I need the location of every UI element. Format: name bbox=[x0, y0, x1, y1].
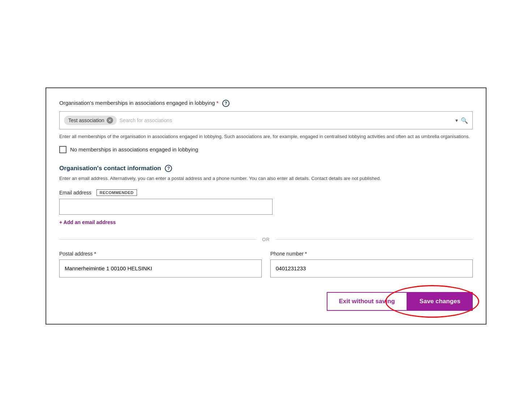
contact-help-icon[interactable]: ? bbox=[165, 165, 172, 172]
search-icon[interactable]: 🔍 bbox=[461, 117, 468, 124]
save-changes-button[interactable]: Save changes bbox=[407, 292, 473, 311]
address-phone-row: Postal address * Phone number * bbox=[59, 251, 473, 278]
contact-section-title: Organisation's contact information ? bbox=[59, 165, 473, 172]
exit-without-saving-button[interactable]: Exit without saving bbox=[327, 292, 407, 311]
required-indicator: * bbox=[216, 100, 219, 106]
postal-address-input[interactable] bbox=[59, 259, 262, 278]
email-label-row: Email address RECOMMENDED bbox=[59, 189, 473, 196]
contact-title-text: Organisation's contact information bbox=[59, 165, 161, 172]
or-line-left bbox=[59, 239, 256, 240]
associations-search-box[interactable]: Test association ✕ Search for associatio… bbox=[59, 111, 473, 129]
or-text: OR bbox=[262, 237, 270, 242]
phone-number-col: Phone number * bbox=[270, 251, 473, 278]
memberships-hint-text: Enter all memberships of the organisatio… bbox=[59, 133, 473, 140]
main-container: Organisation's memberships in associatio… bbox=[46, 87, 486, 325]
postal-address-label: Postal address * bbox=[59, 251, 262, 257]
memberships-section-title: Organisation's memberships in associatio… bbox=[59, 100, 473, 107]
search-placeholder-text: Search for associations bbox=[120, 117, 452, 123]
test-association-tag: Test association ✕ bbox=[64, 116, 117, 125]
or-divider: OR bbox=[59, 237, 473, 242]
email-input[interactable] bbox=[59, 199, 273, 215]
no-memberships-row: No memberships in associations engaged i… bbox=[59, 146, 473, 153]
contact-hint-text: Enter an email address. Alternatively, y… bbox=[59, 175, 473, 182]
email-label: Email address bbox=[59, 190, 91, 196]
tag-close-button[interactable]: ✕ bbox=[107, 117, 113, 124]
footer-buttons: Exit without saving Save changes bbox=[59, 292, 473, 311]
search-controls: ▾ 🔍 bbox=[455, 117, 468, 124]
dropdown-arrow-icon[interactable]: ▾ bbox=[455, 117, 458, 123]
no-memberships-checkbox[interactable] bbox=[59, 146, 66, 153]
memberships-help-icon[interactable]: ? bbox=[222, 100, 229, 107]
tag-label: Test association bbox=[68, 117, 104, 123]
add-email-link[interactable]: + Add an email address bbox=[59, 219, 116, 225]
phone-number-input[interactable] bbox=[270, 259, 473, 278]
phone-number-label: Phone number * bbox=[270, 251, 473, 257]
or-line-right bbox=[276, 239, 473, 240]
recommended-badge: RECOMMENDED bbox=[96, 189, 137, 196]
postal-address-col: Postal address * bbox=[59, 251, 262, 278]
memberships-title-text: Organisation's memberships in associatio… bbox=[59, 100, 215, 106]
no-memberships-label: No memberships in associations engaged i… bbox=[70, 146, 198, 153]
